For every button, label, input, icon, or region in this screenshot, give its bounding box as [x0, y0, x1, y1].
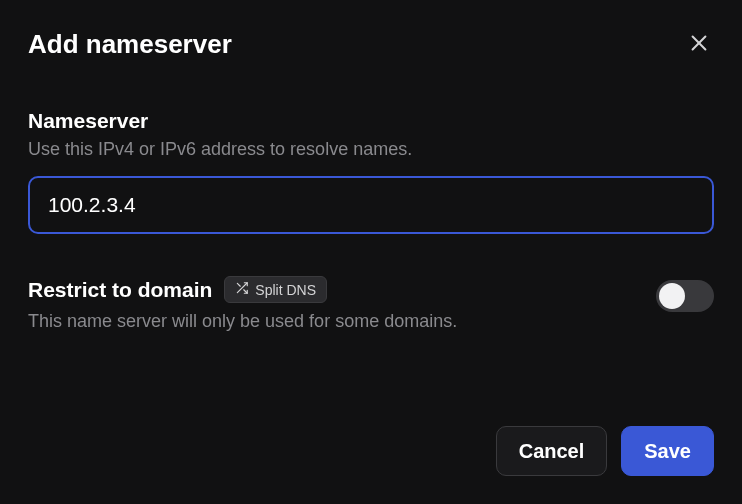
close-icon — [688, 32, 710, 57]
restrict-title: Restrict to domain — [28, 278, 212, 302]
split-dns-badge: Split DNS — [224, 276, 327, 303]
nameserver-field-group: Nameserver Use this IPv4 or IPv6 address… — [28, 109, 714, 234]
save-button[interactable]: Save — [621, 426, 714, 476]
restrict-section: Restrict to domain Split DNS This name s… — [28, 276, 714, 332]
restrict-left: Restrict to domain Split DNS This name s… — [28, 276, 656, 332]
cancel-button[interactable]: Cancel — [496, 426, 608, 476]
dialog-header: Add nameserver — [28, 28, 714, 61]
nameserver-input[interactable] — [28, 176, 714, 234]
nameserver-label: Nameserver — [28, 109, 714, 133]
restrict-toggle[interactable] — [656, 280, 714, 312]
close-button[interactable] — [684, 28, 714, 61]
restrict-header: Restrict to domain Split DNS — [28, 276, 656, 303]
restrict-hint: This name server will only be used for s… — [28, 311, 656, 332]
split-dns-badge-label: Split DNS — [255, 282, 316, 298]
dialog-title: Add nameserver — [28, 29, 232, 60]
dialog-footer: Cancel Save — [496, 426, 714, 476]
shuffle-icon — [235, 281, 249, 298]
nameserver-hint: Use this IPv4 or IPv6 address to resolve… — [28, 139, 714, 160]
toggle-knob — [659, 283, 685, 309]
svg-line-4 — [238, 283, 241, 286]
